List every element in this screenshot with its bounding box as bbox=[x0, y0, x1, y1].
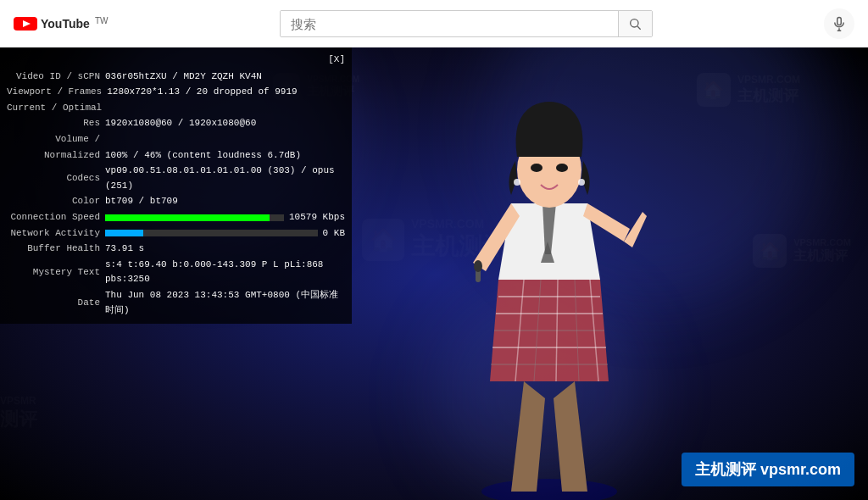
stats-label-res: Res bbox=[7, 116, 100, 131]
svg-point-8 bbox=[481, 479, 617, 500]
stats-label-current: Current / Optimal bbox=[7, 101, 102, 116]
stats-row-codecs: Codecs vp09.00.51.08.01.01.01.01.00 (303… bbox=[7, 164, 345, 193]
stats-row-color: Color bt709 / bt709 bbox=[7, 194, 345, 209]
svg-point-24 bbox=[556, 164, 568, 172]
stats-label-color: Color bbox=[7, 194, 100, 209]
stats-row-res: Res 1920x1080@60 / 1920x1080@60 bbox=[7, 116, 345, 131]
region-badge: TW bbox=[95, 16, 108, 25]
performer-visual bbox=[405, 59, 693, 500]
stats-row-connection-speed: Connection Speed 10579 Kbps bbox=[7, 210, 345, 225]
stats-row-normalized: Normalized 100% / 46% (content loudness … bbox=[7, 148, 345, 164]
mic-button[interactable] bbox=[824, 8, 854, 39]
stats-row-videoid: Video ID / sCPN 036r05htZXU / MD2Y ZQZH … bbox=[7, 69, 345, 85]
connection-speed-bar bbox=[105, 214, 284, 221]
stats-label-videoid: Video ID / sCPN bbox=[7, 69, 100, 85]
stats-value-videoid: 036r05htZXU / MD2Y ZQZH KV4N bbox=[105, 69, 345, 85]
network-activity-bar-fill bbox=[105, 230, 143, 236]
network-activity-bar bbox=[105, 230, 318, 236]
stats-label-date: Date bbox=[7, 296, 100, 311]
svg-point-23 bbox=[531, 164, 542, 172]
search-input[interactable] bbox=[281, 11, 618, 36]
svg-text:YouTube: YouTube bbox=[41, 17, 90, 31]
stats-label-codecs: Codecs bbox=[7, 171, 100, 186]
mic-icon bbox=[832, 16, 847, 31]
stats-row-current: Current / Optimal bbox=[7, 101, 345, 116]
stats-label-viewport: Viewport / Frames bbox=[7, 85, 102, 100]
stats-value-date: Thu Jun 08 2023 13:43:53 GMT+0800 (中国标准时… bbox=[105, 288, 345, 318]
network-activity-value: 0 KB bbox=[323, 226, 345, 242]
stats-row-buffer-health: Buffer Health 73.91 s bbox=[7, 242, 345, 257]
stats-label-volume: Volume / bbox=[7, 132, 100, 147]
stats-overlay: [X] Video ID / sCPN 036r05htZXU / MD2Y Z… bbox=[0, 47, 352, 324]
search-button[interactable] bbox=[618, 11, 652, 36]
stats-value-res: 1920x1080@60 / 1920x1080@60 bbox=[105, 116, 345, 131]
connection-speed-bar-fill bbox=[105, 214, 270, 221]
stats-label-normalized: Normalized bbox=[7, 148, 100, 164]
search-icon bbox=[628, 17, 642, 31]
stats-row-volume: Volume / bbox=[7, 132, 345, 147]
svg-point-26 bbox=[578, 179, 585, 186]
svg-point-3 bbox=[631, 19, 638, 27]
connection-speed-value: 10579 Kbps bbox=[289, 210, 345, 225]
stats-label-buffer-health: Buffer Health bbox=[7, 242, 100, 257]
youtube-logo-icon: YouTube bbox=[14, 15, 90, 32]
stats-row-date: Date Thu Jun 08 2023 13:43:53 GMT+0800 (… bbox=[7, 288, 345, 318]
stats-value-mystery: s:4 t:69.40 b:0.000-143.309 P L pLi:868 … bbox=[105, 258, 345, 287]
stats-label-network-activity: Network Activity bbox=[7, 226, 100, 242]
stats-close-btn[interactable]: [X] bbox=[328, 53, 345, 68]
stats-value-color: bt709 / bt709 bbox=[105, 194, 345, 209]
video-area: 🏠 VPSMR.COM 主机测评 🏠 VPSMR.COM 主机测评 🏠 VPSM… bbox=[0, 47, 868, 500]
stats-row-mystery: Mystery Text s:4 t:69.40 b:0.000-143.309… bbox=[7, 258, 345, 287]
bottom-watermark-text: 主机测评 vpsmr.com bbox=[695, 461, 841, 478]
svg-line-4 bbox=[637, 26, 641, 30]
svg-rect-5 bbox=[837, 18, 842, 25]
stats-row-network-activity: Network Activity 0 KB bbox=[7, 226, 345, 242]
youtube-header: YouTube TW bbox=[0, 0, 868, 47]
stats-value-codecs: vp09.00.51.08.01.01.01.01.00 (303) / opu… bbox=[105, 164, 345, 193]
stats-value-normalized: 100% / 46% (content loudness 6.7dB) bbox=[105, 148, 345, 164]
stats-row-viewport: Viewport / Frames 1280x720*1.13 / 20 dro… bbox=[7, 85, 345, 100]
svg-point-21 bbox=[474, 260, 482, 272]
stats-label-mystery: Mystery Text bbox=[7, 265, 100, 281]
stats-value-viewport: 1280x720*1.13 / 20 dropped of 9919 bbox=[107, 85, 345, 100]
svg-point-25 bbox=[514, 179, 520, 186]
stats-label-connection-speed: Connection Speed bbox=[7, 210, 100, 225]
bottom-watermark: 主机测评 vpsmr.com bbox=[682, 453, 854, 486]
search-bar bbox=[280, 10, 653, 37]
stats-value-buffer-health: 73.91 s bbox=[105, 242, 345, 257]
logo-area: YouTube TW bbox=[14, 15, 108, 32]
